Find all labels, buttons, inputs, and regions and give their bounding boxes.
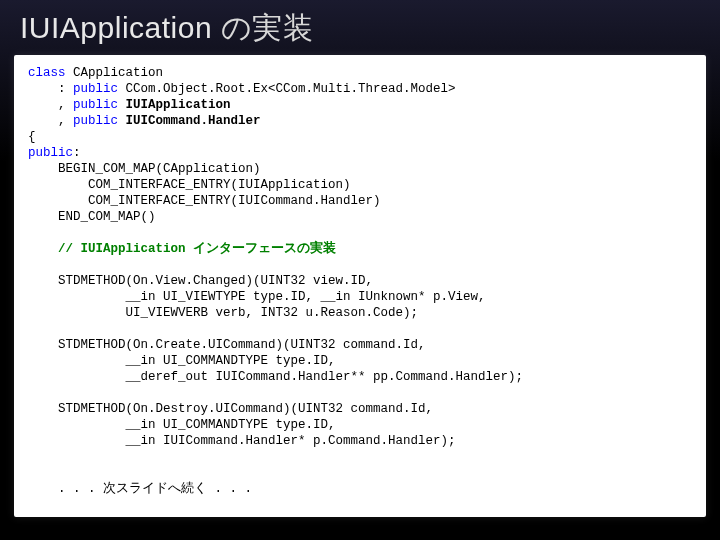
slide: IUIApplication の実装 class CApplication : … [0,0,720,540]
code-text: COM_INTERFACE_ENTRY(IUICommand.Handler) [28,194,381,208]
code-text: STDMETHOD(On.View.Changed)(UINT32 view.I… [28,274,373,288]
code-kw: public [73,82,118,96]
code-text: __in UI_VIEWTYPE type.ID, __in IUnknown*… [28,290,486,304]
code-comment: // IUIApplication インターフェースの実装 [28,242,336,256]
code-text: __deref_out IUICommand.Handler** pp.Comm… [28,370,523,384]
code-text: UI_VIEWVERB verb, INT32 u.Reason.Code); [28,306,418,320]
code-text: __in UI_COMMANDTYPE type.ID, [28,354,336,368]
slide-title: IUIApplication の実装 [0,0,720,55]
code-text: { [28,130,36,144]
code-kw: public [73,98,118,112]
code-kw: class [28,66,66,80]
code-text: , [28,114,73,128]
code-bold: IUICommand.Handler [126,114,261,128]
code-text: CApplication [66,66,164,80]
code-block: class CApplication : public CCom.Object.… [28,65,692,497]
code-text: STDMETHOD(On.Create.UICommand)(UINT32 co… [28,338,426,352]
code-bold: IUIApplication [126,98,231,112]
code-kw: public [73,114,118,128]
code-text: CCom.Object.Root.Ex<CCom.Multi.Thread.Mo… [118,82,456,96]
title-main: IUIApplication [20,11,212,44]
code-text: . . . 次スライドへ続く . . . [28,482,252,496]
code-panel: class CApplication : public CCom.Object.… [14,55,706,517]
code-text: STDMETHOD(On.Destroy.UICommand)(UINT32 c… [28,402,433,416]
title-sub: の実装 [212,11,313,44]
code-text: BEGIN_COM_MAP(CApplication) [28,162,261,176]
code-text [118,98,126,112]
code-text: : [73,146,81,160]
code-text: : [28,82,73,96]
code-text: COM_INTERFACE_ENTRY(IUIApplication) [28,178,351,192]
code-text: , [28,98,73,112]
code-text: __in IUICommand.Handler* p.Command.Handl… [28,434,456,448]
code-text: END_COM_MAP() [28,210,156,224]
code-kw: public [28,146,73,160]
code-text [118,114,126,128]
code-text: __in UI_COMMANDTYPE type.ID, [28,418,336,432]
